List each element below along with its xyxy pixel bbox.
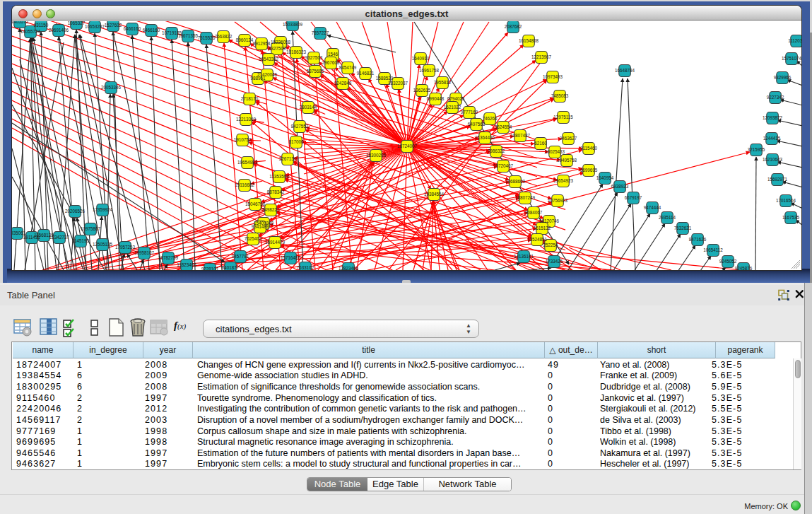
svg-text:15226058: 15226058	[271, 40, 291, 45]
svg-text:1910752: 1910752	[234, 137, 252, 142]
svg-text:1167535: 1167535	[782, 215, 800, 220]
svg-text:12093872: 12093872	[763, 115, 783, 120]
svg-text:16210643: 16210643	[763, 157, 783, 162]
svg-text:8960124: 8960124	[236, 37, 254, 42]
svg-text:16046798: 16046798	[245, 201, 266, 206]
svg-text:14136141: 14136141	[514, 254, 534, 259]
svg-text:16154808: 16154808	[519, 38, 539, 43]
svg-text:17359924: 17359924	[93, 207, 113, 212]
svg-text:7857227: 7857227	[312, 30, 329, 35]
svg-text:9084067: 9084067	[525, 210, 543, 215]
svg-text:15692971: 15692971	[767, 177, 788, 182]
svg-text:2087682: 2087682	[505, 24, 522, 29]
svg-text:8912958: 8912958	[253, 41, 271, 46]
svg-text:2935114: 2935114	[659, 215, 676, 220]
svg-text:12975115: 12975115	[553, 115, 573, 119]
svg-text:817006: 817006	[288, 139, 304, 144]
svg-text:9228101: 9228101	[201, 267, 219, 270]
svg-text:6497568: 6497568	[468, 122, 486, 127]
svg-text:1244415: 1244415	[763, 136, 781, 141]
svg-text:16782759: 16782759	[158, 255, 179, 260]
svg-text:15751074: 15751074	[782, 56, 801, 61]
svg-text:19495758: 19495758	[557, 158, 577, 163]
svg-text:16543382: 16543382	[259, 57, 279, 62]
svg-text:16671355: 16671355	[178, 33, 199, 38]
svg-text:1615132: 1615132	[534, 226, 551, 230]
svg-text:19384554: 19384554	[424, 192, 445, 197]
svg-text:9777169: 9777169	[461, 110, 478, 115]
svg-text:8427552: 8427552	[291, 124, 309, 129]
svg-text:10975867: 10975867	[81, 226, 101, 231]
svg-text:746266: 746266	[482, 116, 498, 121]
svg-text:16033809: 16033809	[283, 22, 303, 27]
svg-text:20206526: 20206526	[65, 209, 86, 214]
svg-text:11823466: 11823466	[177, 262, 196, 267]
svg-text:6699695: 6699695	[580, 168, 598, 173]
svg-text:10653287: 10653287	[85, 24, 105, 29]
svg-text:7633102: 7633102	[297, 265, 314, 270]
svg-text:16120746: 16120746	[539, 218, 560, 223]
svg-text:10973493: 10973493	[543, 74, 563, 79]
svg-text:1640954: 1640954	[596, 175, 614, 180]
svg-text:8471626: 8471626	[689, 237, 707, 242]
svg-text:19654983: 19654983	[237, 160, 258, 165]
svg-text:9245876: 9245876	[735, 266, 753, 270]
svg-text:3267130: 3267130	[279, 156, 297, 161]
svg-text:1733426: 1733426	[546, 259, 563, 264]
svg-text:20053346: 20053346	[101, 85, 122, 90]
svg-text:12342737: 12342737	[49, 235, 70, 240]
svg-text:6794028: 6794028	[447, 96, 465, 101]
svg-text:9115460: 9115460	[580, 146, 598, 151]
svg-text:8878342: 8878342	[267, 189, 285, 194]
svg-text:1145193: 1145193	[72, 238, 90, 243]
svg-text:9146821: 9146821	[357, 71, 375, 76]
svg-text:9327503: 9327503	[305, 55, 323, 60]
svg-text:9327509: 9327509	[269, 46, 286, 51]
svg-text:11353594: 11353594	[269, 174, 289, 179]
svg-text:15716485: 15716485	[281, 255, 301, 260]
svg-text:21420046: 21420046	[257, 72, 278, 77]
svg-text:16648784: 16648784	[615, 68, 635, 73]
svg-text:7485083: 7485083	[551, 93, 569, 98]
svg-text:12823466: 12823466	[339, 266, 359, 270]
svg-text:16961758: 16961758	[419, 68, 440, 73]
svg-text:12505135: 12505135	[93, 242, 113, 247]
svg-text:8454749: 8454749	[339, 65, 357, 70]
svg-text:18724007: 18724007	[397, 144, 418, 148]
svg-text:18807249: 18807249	[515, 195, 536, 200]
svg-text:1621022: 1621022	[444, 105, 461, 110]
svg-text:10958107: 10958107	[134, 250, 155, 255]
svg-text:1640910: 1640910	[412, 56, 430, 61]
svg-text:10654112: 10654112	[703, 247, 723, 252]
svg-text:7515526: 7515526	[198, 35, 216, 40]
svg-text:18186323: 18186323	[286, 49, 307, 54]
svg-text:2967608: 2967608	[322, 60, 340, 65]
svg-text:7663822: 7663822	[215, 34, 233, 39]
svg-text:18300295: 18300295	[366, 153, 387, 158]
svg-text:3624554: 3624554	[495, 124, 512, 129]
svg-text:8401877: 8401877	[222, 265, 240, 270]
svg-text:9242848: 9242848	[334, 81, 352, 86]
svg-text:9457791: 9457791	[232, 254, 249, 259]
svg-text:9227342: 9227342	[767, 95, 784, 100]
svg-text:20691406: 20691406	[49, 28, 69, 33]
svg-text:1405572: 1405572	[12, 21, 29, 24]
svg-text:6990448: 6990448	[427, 96, 445, 101]
svg-text:17957253: 17957253	[115, 245, 136, 250]
svg-text:9245052: 9245052	[719, 259, 737, 264]
svg-text:9329966: 9329966	[774, 75, 792, 80]
svg-text:7955812: 7955812	[434, 80, 452, 85]
svg-text:62160: 62160	[534, 141, 547, 146]
svg-text:2718170: 2718170	[241, 96, 259, 101]
svg-text:13524851: 13524851	[527, 237, 548, 242]
svg-text:15720407: 15720407	[493, 163, 514, 168]
svg-text:7986322: 7986322	[488, 148, 505, 153]
svg-text:16914479: 16914479	[265, 240, 286, 245]
svg-text:7632621: 7632621	[674, 226, 692, 230]
svg-text:7625402: 7625402	[245, 236, 262, 241]
svg-text:6938923: 6938923	[611, 184, 629, 189]
svg-text:18322037: 18322037	[388, 81, 408, 86]
svg-text:9463627: 9463627	[560, 136, 577, 141]
svg-text:10756923: 10756923	[548, 198, 568, 203]
svg-text:10025433: 10025433	[545, 149, 565, 154]
